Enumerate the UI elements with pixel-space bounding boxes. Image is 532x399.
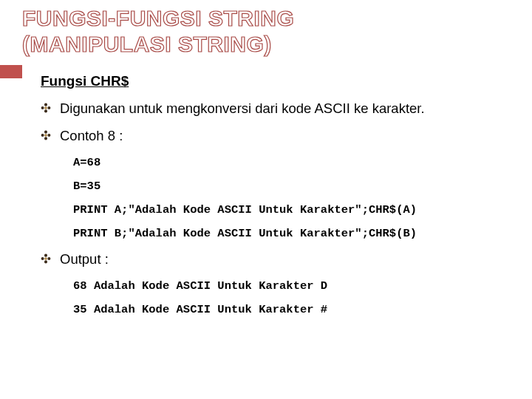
svg-point-3 [47, 106, 50, 109]
section-heading: Fungsi CHR$ [41, 73, 510, 89]
output-line: 35 Adalah Kode ASCII Untuk Karakter # [73, 303, 510, 316]
example-code-block: A=68 B=35 PRINT A;"Adalah Kode ASCII Unt… [41, 156, 510, 240]
svg-point-6 [44, 137, 47, 140]
svg-point-13 [47, 257, 50, 260]
svg-point-4 [44, 106, 47, 109]
output-block: 68 Adalah Kode ASCII Untuk Karakter D 35… [41, 279, 510, 316]
slide-title-area: FUNGSI-FUNGSI STRING (MANIPULASI STRING) [0, 0, 532, 66]
svg-point-11 [44, 260, 47, 263]
svg-point-14 [44, 257, 47, 260]
bullet-item: Digunakan untuk mengkonversi dari kode A… [41, 100, 510, 118]
output-line: 68 Adalah Kode ASCII Untuk Karakter D [73, 279, 510, 293]
flower-bullet-icon [41, 253, 51, 264]
bullet-text: Output : [60, 250, 109, 269]
bullet-item: Contoh 8 : [41, 127, 510, 146]
svg-point-10 [44, 254, 47, 257]
svg-point-0 [44, 103, 47, 106]
svg-point-1 [44, 109, 47, 112]
slide-content: Fungsi CHR$ Digunakan untuk mengkonversi… [0, 66, 532, 316]
code-line: PRINT B;"Adalah Kode ASCII Untuk Karakte… [73, 227, 510, 240]
slide-title-line2: (MANIPULASI STRING) [22, 32, 510, 58]
bullet-item: Output : [41, 250, 510, 269]
svg-point-9 [44, 134, 47, 137]
flower-bullet-icon [41, 130, 51, 140]
svg-point-5 [44, 131, 47, 134]
svg-point-8 [47, 134, 50, 137]
svg-point-2 [41, 106, 44, 109]
svg-point-12 [41, 257, 44, 260]
slide-title-line1: FUNGSI-FUNGSI STRING [22, 6, 510, 32]
code-line: A=68 [73, 156, 510, 169]
code-line: B=35 [73, 180, 510, 193]
flower-bullet-icon [41, 103, 51, 113]
bullet-text: Digunakan untuk mengkonversi dari kode A… [60, 100, 425, 118]
svg-point-7 [41, 134, 44, 137]
bullet-text: Contoh 8 : [60, 127, 123, 146]
accent-bar [0, 65, 22, 78]
code-line: PRINT A;"Adalah Kode ASCII Untuk Karakte… [73, 203, 510, 216]
